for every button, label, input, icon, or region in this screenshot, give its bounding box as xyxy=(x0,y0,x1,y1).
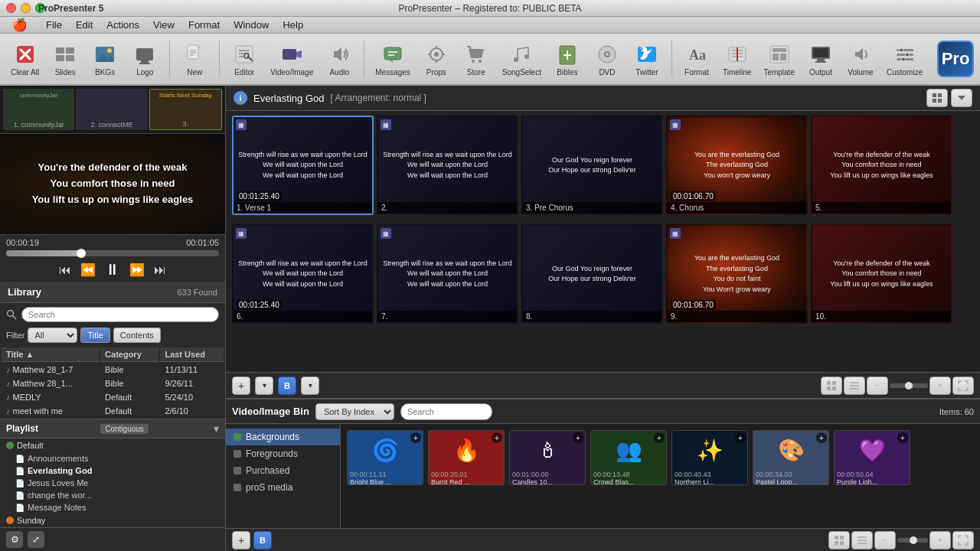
bin-search-input[interactable] xyxy=(400,403,492,420)
video-add-button[interactable]: + xyxy=(573,432,583,443)
props-button[interactable]: Props xyxy=(418,37,455,80)
top-thumb-3[interactable]: Starts Next Sunday 3. xyxy=(149,89,222,130)
playlist-item[interactable]: 📄Message Notes xyxy=(0,501,225,514)
slide-thumbnail[interactable]: ▦ You are the everlasting God The everla… xyxy=(666,116,808,215)
volume-button[interactable]: Volume xyxy=(842,37,879,80)
bin-sort-select[interactable]: Sort By Index Sort By Name xyxy=(315,403,394,420)
playlist-item[interactable]: 📄Everlasting God xyxy=(0,465,225,477)
bin-category-item[interactable]: Purchased xyxy=(226,462,340,479)
twitter-button[interactable]: Twitter xyxy=(629,37,665,80)
slides-zoom-in[interactable]: + xyxy=(929,377,951,395)
bin-category-item[interactable]: Foregrounds xyxy=(226,445,340,462)
playlist-item[interactable]: 📄Announcements xyxy=(0,452,225,465)
bin-b-button[interactable]: B xyxy=(253,531,272,549)
template-button[interactable]: Template xyxy=(759,37,799,80)
bin-fullscreen[interactable] xyxy=(952,531,974,549)
slide-thumbnail[interactable]: Our God You reign forever Our Hope our s… xyxy=(521,224,663,324)
rewind-button[interactable]: ⏪ xyxy=(80,262,96,277)
video-add-button[interactable]: + xyxy=(654,432,665,443)
slides-grid-bottom[interactable] xyxy=(821,377,842,395)
library-row[interactable]: ♪MEDLY Default 5/24/10 xyxy=(2,391,224,403)
output-button[interactable]: Output xyxy=(802,37,839,80)
video-thumbnail[interactable]: ✨ + 00:00:40.43 Northern Li... xyxy=(671,430,748,485)
timeline-button[interactable]: Timeline xyxy=(718,37,756,80)
video-add-button[interactable]: + xyxy=(816,432,827,443)
new-button[interactable]: New xyxy=(176,37,213,80)
video-thumbnail[interactable]: 🎨 + 00:00:34.03 Pastel Loop... xyxy=(753,430,829,485)
library-row[interactable]: ♪Matthew 28_1... Bible 9/26/11 xyxy=(2,377,224,390)
customize-button[interactable]: Customize xyxy=(882,37,927,80)
add-b-dropdown[interactable]: ▾ xyxy=(301,377,319,395)
slide-thumbnail[interactable]: ▦ Strength will rise as we wait upon the… xyxy=(377,116,518,215)
add-slide-button[interactable]: + xyxy=(232,377,250,395)
slide-thumbnail[interactable]: ▦ Strength will rise as we wait upon the… xyxy=(232,224,374,324)
bkgs-button[interactable]: BKGs xyxy=(87,37,123,80)
video-add-button[interactable]: + xyxy=(735,432,746,443)
filter-title-button[interactable]: Title xyxy=(80,328,109,343)
video-add-button[interactable]: + xyxy=(492,432,502,443)
bin-list-view[interactable] xyxy=(851,531,873,549)
fast-forward-button[interactable]: ⏩ xyxy=(129,262,145,277)
top-thumb-2[interactable]: 2. connectME xyxy=(76,89,147,130)
slides-fullscreen[interactable] xyxy=(952,377,974,395)
playlist-collapse-button[interactable]: ▾ xyxy=(214,422,219,435)
add-b-button[interactable]: B xyxy=(278,377,296,395)
progress-bar[interactable] xyxy=(6,250,219,256)
playlist-item[interactable]: 📄Jesus Loves Me xyxy=(0,477,225,489)
video-thumbnail[interactable]: 💜 + 00:00:50.04 Purple Ligh... xyxy=(834,430,910,485)
skip-to-end-button[interactable]: ⏭ xyxy=(154,263,166,277)
video-add-button[interactable]: + xyxy=(410,432,421,443)
library-row[interactable]: ♪Matthew 28_1-7 Bible 11/13/11 xyxy=(2,364,224,376)
top-thumb-1[interactable]: communityJar 1. communityJar xyxy=(3,89,74,130)
bin-grid-view[interactable] xyxy=(828,531,850,549)
logo-button[interactable]: Logo xyxy=(126,37,163,80)
video-thumbnail[interactable]: 🔥 + 00:00:20.01 Burnt Red ... xyxy=(428,430,505,485)
slides-zoom-out[interactable]: − xyxy=(867,377,888,395)
slides-grid-view-button[interactable] xyxy=(926,89,948,107)
editor-button[interactable]: Editor xyxy=(226,37,263,80)
bin-add-button[interactable]: + xyxy=(232,531,250,549)
filter-select[interactable]: All Bible Default xyxy=(28,328,77,343)
minimize-window-button[interactable] xyxy=(21,3,31,13)
audio-button[interactable]: Audio xyxy=(321,37,358,80)
slides-list-bottom[interactable] xyxy=(844,377,865,395)
bin-zoom-out[interactable]: − xyxy=(874,531,896,549)
video-image-button[interactable]: Video/Image xyxy=(266,37,318,80)
playlist-item[interactable]: 📄change the wor... xyxy=(0,489,225,501)
close-window-button[interactable] xyxy=(6,3,16,13)
slide-thumbnail[interactable]: You're the defender of the weak You comf… xyxy=(811,116,952,215)
filter-contents-button[interactable]: Contents xyxy=(113,328,161,343)
slide-thumbnail[interactable]: ▦ Strength will rise as we wait upon the… xyxy=(232,116,374,215)
video-thumbnail[interactable]: 🌀 + 00:00:11.11 Bright Blue ... xyxy=(347,430,423,485)
slide-thumbnail[interactable]: You're the defender of the weak You comf… xyxy=(811,224,952,324)
menu-actions[interactable]: Actions xyxy=(100,18,145,32)
bin-category-item[interactable]: proS media xyxy=(226,479,340,496)
playlist-settings-button[interactable]: ⚙ xyxy=(6,531,23,548)
slide-thumbnail[interactable]: ▦ You are the everlasting God The everla… xyxy=(666,224,808,324)
video-add-button[interactable]: + xyxy=(897,432,908,443)
video-thumbnail[interactable]: 👥 + 00:00:13.48 Crowd Blas... xyxy=(590,430,667,485)
apple-menu[interactable]: 🍎 xyxy=(6,16,34,34)
playlist-group[interactable]: Sunday xyxy=(0,514,225,527)
menu-window[interactable]: Window xyxy=(227,18,275,32)
playlist-expand-button[interactable]: ⤢ xyxy=(28,531,44,548)
menu-view[interactable]: View xyxy=(147,18,181,32)
bin-zoom-slider[interactable] xyxy=(897,538,928,543)
slide-thumbnail[interactable]: Our God You reign forever Our Hope our s… xyxy=(521,116,663,215)
playlist-group[interactable]: Default xyxy=(0,439,225,452)
bin-category-item[interactable]: Backgrounds xyxy=(226,429,340,445)
messages-button[interactable]: Messages xyxy=(371,37,415,80)
slide-thumbnail[interactable]: ▦ Strength will rise as we wait upon the… xyxy=(377,224,518,324)
slides-more-button[interactable] xyxy=(951,89,972,107)
library-search-input[interactable] xyxy=(21,307,219,322)
menu-format[interactable]: Format xyxy=(182,18,226,32)
slides-button[interactable]: Slides xyxy=(47,37,83,80)
bin-zoom-in[interactable]: + xyxy=(929,531,951,549)
menu-file[interactable]: File xyxy=(40,18,68,32)
store-button[interactable]: Store xyxy=(458,37,495,80)
slides-zoom-slider[interactable] xyxy=(890,383,928,388)
skip-to-start-button[interactable]: ⏮ xyxy=(59,263,71,277)
dvd-button[interactable]: DVD xyxy=(589,37,626,80)
format-button[interactable]: Aa Format xyxy=(678,37,715,80)
clear-all-button[interactable]: Clear All xyxy=(6,37,44,80)
